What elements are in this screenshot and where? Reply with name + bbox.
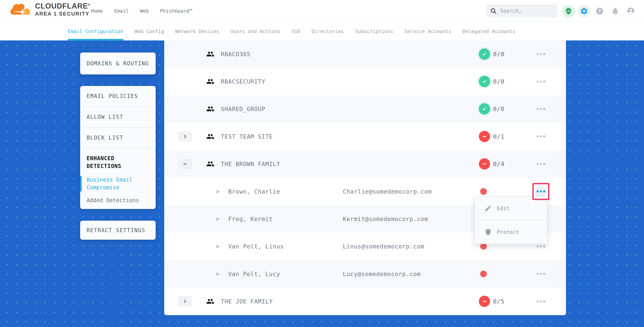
shield-icon [484, 228, 492, 236]
nav-link[interactable]: Home [91, 8, 103, 14]
status-count: 0/4 [493, 160, 504, 167]
chevron-right-icon [183, 134, 187, 139]
status-count: 0/0 [493, 78, 504, 85]
status-count: 0/0 [493, 105, 504, 112]
user-chevron: > [216, 216, 219, 222]
group-icon [206, 77, 214, 85]
chevron-down-icon [183, 162, 187, 166]
row-more-button[interactable] [535, 268, 547, 280]
user-email: Lucy@somedemocorp.com [343, 271, 421, 277]
row-more-button-active[interactable] [535, 185, 547, 198]
status-count: 0/0 [493, 50, 504, 57]
bell-icon[interactable] [609, 5, 622, 17]
brand-subtitle: AREA 1 SECURITY [35, 11, 90, 17]
status-count: 0/5 [493, 298, 504, 305]
user-email: Charlie@somedemocorp.com [343, 188, 432, 195]
tab[interactable]: Service Accounts [404, 22, 452, 41]
group-icon [206, 160, 214, 168]
row-more-button[interactable] [535, 158, 547, 170]
brand-name: CLOUDFLARE® [35, 2, 90, 10]
collapse-button[interactable] [178, 159, 192, 169]
nav-link[interactable]: Email [114, 8, 128, 14]
nav-link[interactable]: Web [140, 8, 149, 14]
tab[interactable]: Email Configuration [68, 22, 123, 41]
tab[interactable]: Users and Actions [230, 22, 280, 41]
context-menu-item[interactable]: Edit [475, 197, 547, 220]
search-input[interactable] [500, 8, 553, 14]
table-row[interactable]: SHARED_GROUP 0/0 [164, 95, 566, 123]
tab[interactable]: Delegated Accounts [462, 22, 515, 41]
user-name: Van Pelt, Lucy [228, 271, 280, 277]
gear-icon[interactable] [578, 5, 590, 17]
user-email: Linus@somedemocorp.com [343, 243, 424, 250]
pencil-icon [484, 205, 492, 212]
group-name: TEST TEAM SITE [221, 133, 273, 140]
help-icon[interactable]: ? [594, 5, 606, 17]
row-more-button[interactable] [535, 48, 547, 60]
row-more-button[interactable] [535, 295, 547, 307]
sidebar-policies-card: EMAIL POLICIES ALLOW LIST BLOCK LIST ENH… [80, 86, 156, 209]
sidebar-item-domains-routing[interactable]: DOMAINS & ROUTING [80, 52, 156, 74]
status-minus-icon [479, 296, 490, 307]
group-icon [206, 132, 214, 141]
expand-button[interactable] [178, 131, 192, 142]
table-row[interactable]: TEST TEAM SITE 0/1 [164, 123, 566, 150]
tab[interactable]: SSO [292, 22, 300, 41]
nav-link[interactable]: PhishGuard™ [160, 8, 192, 14]
group-name: THE BROWN FAMILY [221, 161, 280, 167]
row-context-menu: Edit Protect [474, 196, 548, 244]
tab[interactable]: Subscriptions [355, 22, 393, 41]
context-menu-label: Protect [497, 229, 519, 235]
sidebar-item-allow-list[interactable]: ALLOW LIST [80, 107, 156, 128]
status-dot [480, 188, 487, 195]
cloudflare-cloud-icon [9, 1, 32, 17]
user-chevron: > [216, 271, 219, 277]
status-minus-icon [479, 158, 490, 170]
shield-check-icon[interactable] [562, 5, 575, 17]
status-dot [480, 271, 487, 277]
tab[interactable]: Directories [312, 22, 344, 41]
user-name: Brown, Charlie [228, 188, 280, 195]
account-icon[interactable] [624, 5, 637, 17]
cloudflare-logo[interactable]: CLOUDFLARE® AREA 1 SECURITY [9, 1, 90, 17]
tab[interactable]: Network Devices [175, 22, 219, 41]
secondary-tab-bar: Email Configuration Web Config Network D… [0, 22, 644, 40]
table-row[interactable]: THE JOE FAMILY 0/5 [164, 288, 566, 315]
table-row[interactable]: RBACSECURITY 0/0 [164, 68, 566, 95]
sidebar-item-retract-settings[interactable]: RETRACT SETTINGS [80, 221, 156, 240]
user-chevron: > [216, 243, 219, 250]
status-minus-icon [479, 131, 490, 142]
sidebar-section-enhanced-detections: ENHANCED DETECTIONS [80, 155, 138, 170]
row-more-button[interactable] [535, 130, 547, 142]
sidebar-item-block-list[interactable]: BLOCK LIST [80, 128, 156, 148]
top-header: CLOUDFLARE® AREA 1 SECURITY Home Email W… [0, 0, 644, 22]
group-name: SHARED_GROUP [221, 106, 266, 112]
primary-nav: Home Email Web PhishGuard™ [91, 0, 192, 22]
table-row[interactable]: > Van Pelt, Lucy Lucy@somedemocorp.com [164, 260, 566, 288]
row-more-button[interactable] [535, 75, 547, 87]
context-menu-label: Edit [497, 205, 510, 211]
sidebar-item-email-policies[interactable]: EMAIL POLICIES [80, 86, 156, 107]
group-icon [206, 105, 214, 113]
status-dot [480, 243, 487, 250]
table-row[interactable]: THE BROWN FAMILY 0/4 [164, 150, 566, 178]
status-check-icon [479, 76, 490, 87]
svg-text:?: ? [598, 8, 601, 14]
context-menu-item[interactable]: Protect [475, 220, 547, 244]
search-box[interactable] [486, 4, 558, 17]
table-row[interactable]: RBACO365 0/0 [164, 40, 566, 68]
tab[interactable]: Web Config [135, 22, 164, 41]
header-icon-group: ? [562, 0, 637, 22]
group-name: RBACSECURITY [221, 78, 266, 85]
expand-button[interactable] [178, 296, 192, 307]
user-chevron: > [216, 188, 219, 195]
group-name: THE JOE FAMILY [221, 298, 273, 305]
sidebar-item-added-detections[interactable]: Added Detections [80, 197, 156, 204]
group-name: RBACO365 [221, 50, 250, 57]
row-more-button[interactable] [535, 103, 547, 115]
sidebar-item-business-email-compromise[interactable]: Business Email Compromise [80, 176, 136, 192]
chevron-right-icon [183, 299, 187, 304]
search-icon [490, 7, 497, 14]
group-icon [206, 297, 214, 306]
groups-table: RBACO365 0/0 RBACSECURITY [164, 40, 566, 315]
